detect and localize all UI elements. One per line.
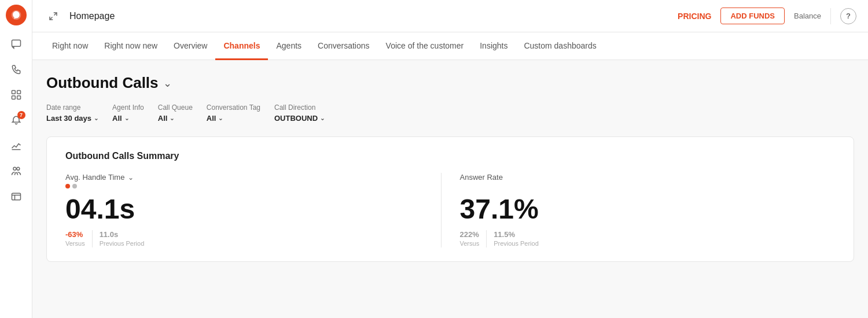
call-direction-value: OUTBOUND (274, 114, 318, 123)
tab-insights[interactable]: Insights (472, 32, 516, 60)
topbar-title: Homepage (69, 11, 671, 21)
svg-rect-9 (12, 193, 20, 200)
settings-icon (10, 191, 22, 202)
tab-voice-of-customer[interactable]: Voice of the customer (378, 32, 472, 60)
filters-row: Date range Last 30 days ⌄ Agent Info All… (46, 103, 854, 123)
call-queue-label: Call Queue (158, 103, 193, 112)
metric-answer-rate-label: Answer Rate (460, 173, 503, 182)
topbar-divider (830, 8, 831, 24)
sidebar-item-analytics[interactable] (5, 134, 28, 157)
conversation-tag-value: All (207, 114, 216, 123)
expand-button[interactable] (44, 7, 62, 25)
sidebar-item-chat[interactable] (5, 32, 28, 56)
filter-call-direction: Call Direction OUTBOUND ⌄ (274, 103, 325, 123)
page-header: Outbound Calls ⌄ (46, 74, 854, 92)
filter-call-queue: Call Queue All ⌄ (158, 103, 193, 123)
page-content: Outbound Calls ⌄ Date range Last 30 days… (32, 60, 868, 318)
answer-rate-versus-number: 222% (460, 230, 480, 239)
svg-rect-2 (12, 91, 15, 94)
sidebar-item-phone[interactable] (5, 58, 28, 81)
avg-handle-versus-number: -63% (65, 230, 85, 239)
metric-avg-handle-time-label: Avg. Handle Time (65, 173, 124, 182)
avg-handle-versus: -63% Versus (65, 230, 85, 247)
expand-icon (48, 11, 58, 21)
tab-channels[interactable]: Channels (215, 32, 268, 60)
call-direction-selector[interactable]: OUTBOUND ⌄ (274, 114, 325, 123)
analytics-icon (10, 140, 22, 151)
reports-icon (10, 89, 22, 101)
logo-icon (10, 9, 22, 21)
summary-card: Outbound Calls Summary Avg. Handle Time … (46, 136, 854, 262)
tab-custom-dashboards[interactable]: Custom dashboards (516, 32, 604, 60)
call-queue-selector[interactable]: All ⌄ (158, 114, 193, 123)
app-logo[interactable] (6, 5, 27, 25)
pricing-link[interactable]: PRICING (678, 12, 711, 21)
metric-avg-handle-time-comparison: -63% Versus 11.0s Previous Period (65, 230, 422, 247)
topbar-actions: PRICING ADD FUNDS Balance ? (678, 8, 856, 24)
filter-agent-info: Agent Info All ⌄ (112, 103, 144, 123)
chat-icon (10, 38, 22, 50)
metric-avg-handle-time: Avg. Handle Time ⌄ 04.1s -63% Versus (65, 173, 442, 247)
sidebar-item-notifications[interactable]: 7 (5, 109, 28, 132)
avg-handle-previous-number: 11.0s (100, 230, 145, 239)
date-range-label: Date range (46, 103, 98, 112)
tab-right-now[interactable]: Right now (44, 32, 96, 60)
tab-overview[interactable]: Overview (165, 32, 215, 60)
answer-rate-previous-label: Previous Period (494, 240, 539, 247)
phone-icon (10, 64, 22, 75)
metric-answer-rate: Answer Rate 37.1% 222% Versus 11.5% (442, 173, 836, 247)
tab-agents[interactable]: Agents (268, 32, 310, 60)
help-button[interactable]: ? (840, 8, 856, 24)
agent-info-chevron-icon: ⌄ (124, 115, 129, 121)
add-funds-button[interactable]: ADD FUNDS (720, 8, 785, 24)
sidebar-item-team[interactable] (5, 160, 28, 183)
metric-answer-rate-value: 37.1% (460, 195, 817, 223)
page-title: Outbound Calls (46, 74, 159, 92)
agent-info-selector[interactable]: All ⌄ (112, 114, 144, 123)
call-queue-value: All (158, 114, 168, 123)
filter-date-range: Date range Last 30 days ⌄ (46, 103, 98, 123)
metric-avg-handle-time-dropdown[interactable]: ⌄ (128, 173, 134, 182)
avg-handle-previous-label: Previous Period (100, 240, 145, 247)
sidebar-item-reports[interactable] (5, 83, 28, 106)
answer-rate-previous: 11.5% Previous Period (494, 230, 539, 247)
date-range-selector[interactable]: Last 30 days ⌄ (46, 114, 98, 123)
main-content: Homepage PRICING ADD FUNDS Balance ? Rig… (32, 0, 868, 318)
sidebar: 7 (0, 0, 32, 318)
metric-answer-rate-comparison: 222% Versus 11.5% Previous Period (460, 230, 817, 247)
summary-title: Outbound Calls Summary (65, 151, 835, 161)
date-range-value: Last 30 days (46, 114, 91, 123)
tab-right-now-new[interactable]: Right now new (96, 32, 165, 60)
tab-conversations[interactable]: Conversations (310, 32, 378, 60)
metric-answer-rate-header: Answer Rate (460, 173, 817, 182)
topbar: Homepage PRICING ADD FUNDS Balance ? (32, 0, 868, 32)
balance-label: Balance (794, 12, 821, 20)
answer-rate-versus-label: Versus (460, 240, 480, 247)
notification-badge: 7 (17, 111, 25, 119)
call-direction-chevron-icon: ⌄ (320, 115, 325, 121)
answer-rate-comparison-divider (486, 230, 487, 247)
dot-1 (65, 184, 70, 188)
answer-rate-versus: 222% Versus (460, 230, 480, 247)
agent-info-value: All (112, 114, 122, 123)
nav-tabs: Right now Right now new Overview Channel… (32, 32, 868, 60)
answer-rate-previous-number: 11.5% (494, 230, 539, 239)
date-range-chevron-icon: ⌄ (94, 115, 98, 121)
metric-avg-handle-time-value: 04.1s (65, 195, 422, 223)
call-queue-chevron-icon: ⌄ (170, 115, 174, 121)
svg-rect-3 (17, 91, 20, 94)
conversation-tag-label: Conversation Tag (207, 103, 260, 112)
svg-rect-5 (17, 96, 20, 99)
metrics-row: Avg. Handle Time ⌄ 04.1s -63% Versus (65, 173, 835, 247)
svg-rect-1 (12, 40, 20, 46)
conversation-tag-chevron-icon: ⌄ (218, 115, 223, 121)
avg-handle-previous: 11.0s Previous Period (100, 230, 145, 247)
page-title-chevron-icon[interactable]: ⌄ (163, 77, 172, 90)
sidebar-item-settings[interactable] (5, 185, 28, 208)
avg-handle-versus-label: Versus (65, 240, 85, 247)
conversation-tag-selector[interactable]: All ⌄ (207, 114, 260, 123)
svg-point-8 (16, 167, 19, 170)
svg-rect-4 (12, 96, 15, 99)
metric-avg-handle-time-header: Avg. Handle Time ⌄ (65, 173, 422, 182)
avg-handle-comparison-divider (92, 230, 93, 247)
